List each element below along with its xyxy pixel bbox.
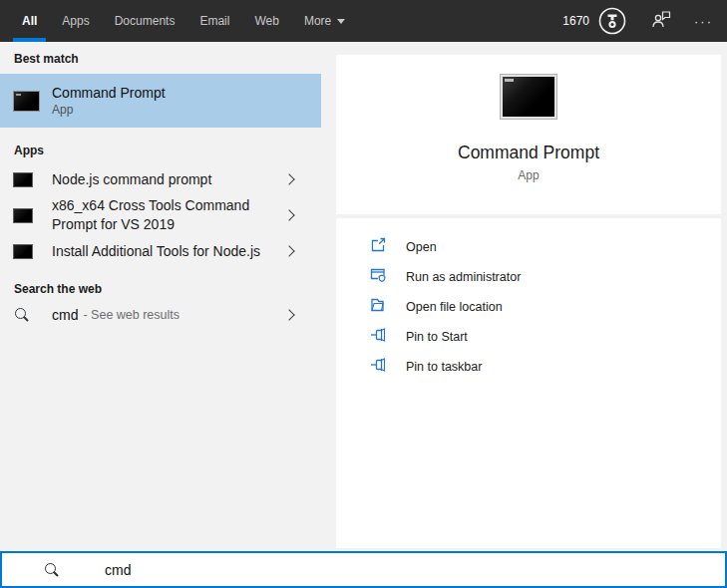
apps-header: Apps (0, 144, 321, 157)
action-label: Pin to Start (406, 330, 468, 344)
preview-title: Command Prompt (458, 143, 599, 163)
tab-web[interactable]: Web (245, 0, 287, 42)
search-web-header: Search the web (0, 282, 321, 296)
action-open[interactable]: Open (336, 232, 721, 262)
action-pin-to-taskbar[interactable]: Pin to taskbar (336, 352, 721, 382)
action-run-as-administrator[interactable]: Run as administrator (336, 262, 721, 292)
start-search-window: All Apps Documents Email Web More 1670 (0, 0, 727, 588)
command-prompt-large-icon (501, 75, 556, 119)
tab-apps-label: Apps (62, 14, 89, 28)
folder-icon (370, 297, 386, 317)
pin-icon (370, 357, 386, 377)
chevron-right-icon[interactable] (283, 173, 294, 184)
open-icon (370, 237, 386, 257)
rewards-medal-icon (596, 5, 628, 37)
best-match-header: Best match (0, 52, 321, 66)
action-open-file-location[interactable]: Open file location (336, 292, 721, 322)
preview-panel: Command Prompt App Open (321, 42, 727, 551)
tab-apps[interactable]: Apps (53, 0, 98, 42)
feedback-button[interactable] (650, 9, 672, 33)
best-match-result-command-prompt[interactable]: Command Prompt App (0, 74, 321, 128)
ellipsis-icon: ··· (694, 14, 713, 29)
tab-documents[interactable]: Documents (106, 0, 184, 42)
result-x86-x64-cross-tools[interactable]: x86_x64 Cross Tools Command Prompt for V… (0, 196, 321, 234)
chevron-right-icon[interactable] (283, 209, 294, 220)
results-panel: Best match Command Prompt App Apps Node.… (0, 42, 321, 551)
preview-header-card: Command Prompt App (336, 55, 721, 214)
chevron-right-icon[interactable] (283, 245, 294, 256)
tab-email-label: Email (199, 14, 229, 28)
chevron-down-icon (337, 19, 345, 24)
tab-more-label: More (304, 14, 331, 28)
web-query: cmd (52, 307, 78, 323)
action-label: Open (406, 240, 437, 254)
preview-subtitle: App (518, 168, 539, 182)
preview-actions-card: Open Run as administrator (336, 218, 721, 548)
tab-web-label: Web (254, 14, 278, 28)
tab-email[interactable]: Email (190, 0, 238, 42)
result-web-search-cmd[interactable]: cmd - See web results (0, 298, 321, 332)
web-suffix: - See web results (83, 308, 180, 322)
pin-icon (370, 327, 386, 347)
search-icon (44, 562, 60, 578)
command-prompt-icon (13, 91, 40, 112)
action-label: Open file location (406, 300, 503, 314)
taskbar-search-box[interactable] (0, 551, 727, 588)
search-input[interactable] (105, 562, 603, 578)
terminal-icon (13, 208, 33, 223)
tab-all-label: All (22, 14, 37, 28)
tab-all[interactable]: All (13, 0, 46, 42)
chevron-right-icon[interactable] (283, 309, 294, 320)
action-pin-to-start[interactable]: Pin to Start (336, 322, 721, 352)
result-title: x86_x64 Cross Tools Command Prompt for V… (52, 196, 271, 234)
more-options-button[interactable]: ··· (694, 14, 717, 29)
tab-more[interactable]: More (295, 0, 354, 42)
result-title: Node.js command prompt (52, 170, 271, 189)
result-nodejs-command-prompt[interactable]: Node.js command prompt (0, 162, 321, 196)
result-install-additional-tools[interactable]: Install Additional Tools for Node.js (0, 234, 321, 268)
action-label: Run as administrator (406, 270, 521, 284)
best-match-text: Command Prompt App (52, 85, 166, 117)
terminal-icon (13, 172, 33, 187)
tab-documents-label: Documents (115, 14, 176, 28)
action-label: Pin to taskbar (406, 360, 482, 374)
search-icon (14, 307, 30, 323)
admin-shield-icon (370, 267, 386, 287)
best-match-subtitle: App (52, 103, 166, 117)
rewards-points: 1670 (562, 14, 589, 28)
result-title: Install Additional Tools for Node.js (52, 242, 271, 261)
feedback-icon (650, 9, 672, 33)
best-match-title: Command Prompt (52, 85, 166, 101)
topbar-actions: 1670 (562, 5, 727, 37)
terminal-icon (13, 244, 33, 259)
search-filter-bar: All Apps Documents Email Web More 1670 (0, 0, 727, 42)
filter-tabs: All Apps Documents Email Web More (0, 0, 361, 42)
rewards-badge[interactable]: 1670 (562, 5, 628, 37)
